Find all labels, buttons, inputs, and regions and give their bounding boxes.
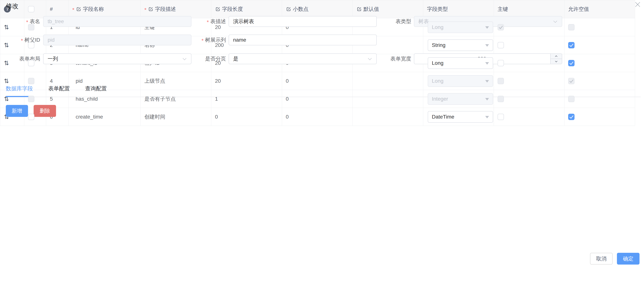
default-value-cell — [353, 108, 423, 126]
primary-key-cell — [494, 72, 564, 90]
index-column-header: # — [46, 0, 68, 18]
row-select-checkbox[interactable] — [28, 114, 34, 120]
field-type-select[interactable]: String — [428, 40, 493, 51]
increase-button[interactable] — [550, 54, 562, 59]
nullable-checkbox[interactable] — [568, 60, 574, 66]
nullable-checkbox[interactable] — [568, 42, 574, 48]
chevron-down-icon — [555, 60, 558, 62]
edit-icon — [148, 6, 154, 12]
field-desc-cell: 创建时间 — [141, 108, 211, 126]
field-type-cell: Integer — [423, 90, 494, 108]
primary-key-checkbox — [498, 96, 504, 102]
row-select-checkbox[interactable] — [28, 60, 34, 66]
decrease-button[interactable] — [550, 59, 562, 64]
table-name-input[interactable] — [43, 16, 192, 27]
chevron-up-icon — [555, 56, 558, 58]
primary-key-cell — [494, 90, 564, 108]
field-desc-cell: 是否有子节点 — [141, 90, 211, 108]
field-type-select[interactable]: DateTime — [428, 111, 493, 123]
nullable-checkbox — [568, 96, 574, 102]
nullable-checkbox — [568, 24, 574, 30]
tab-form-config[interactable]: 表单配置 — [48, 85, 70, 95]
table-type-label: 表类型 — [364, 16, 411, 27]
primary-key-checkbox[interactable] — [498, 114, 504, 120]
nullable-checkbox[interactable] — [568, 114, 574, 120]
close-icon[interactable] — [634, 1, 642, 8]
default-column-header: 默认值 — [353, 0, 423, 18]
table-desc-input[interactable] — [228, 16, 377, 27]
primary-key-checkbox[interactable] — [498, 42, 504, 48]
tab-divider — [6, 97, 641, 97]
paginated-select[interactable]: 是 — [228, 54, 377, 64]
tree-display-col-label: * 树展示列 — [179, 34, 226, 45]
row-select-checkbox — [28, 78, 34, 84]
table-desc-label: * 表描述 — [179, 16, 226, 27]
dropdown-arrow-icon — [485, 44, 489, 47]
field-type-value: DateTime — [432, 114, 454, 120]
form-width-label: 表单宽度 — [364, 54, 411, 64]
decimal-cell: 0 — [282, 90, 353, 108]
dropdown-arrow-icon — [485, 116, 489, 118]
dropdown-arrow-icon — [485, 98, 489, 100]
required-asterisk: * — [207, 20, 209, 25]
field-type-cell: Long — [423, 72, 494, 90]
primary-key-checkbox — [498, 24, 504, 30]
nullable-cell — [564, 108, 635, 126]
primary-key-cell — [494, 108, 564, 126]
field-type-value: Integer — [432, 96, 448, 102]
edit-icon — [215, 6, 220, 12]
tab-bar: 数据库字段 表单配置 查询配置 — [6, 85, 107, 95]
field-type-select: Long — [428, 22, 493, 33]
field-type-cell: String — [423, 36, 494, 54]
field-type-value: Long — [432, 60, 444, 66]
page-title: 修改 — [6, 2, 18, 10]
nullable-cell — [564, 90, 635, 108]
field-type-select: Long — [428, 75, 493, 87]
row-select-checkbox[interactable] — [28, 42, 34, 48]
primary-key-checkbox[interactable] — [498, 60, 504, 66]
delete-button[interactable]: 删除 — [34, 105, 56, 117]
tree-parent-id-input[interactable] — [43, 34, 192, 45]
table-row: ⇅6create_time创建时间00DateTime — [0, 108, 635, 126]
field-type-select[interactable]: Long — [428, 57, 493, 69]
nullable-cell — [564, 54, 635, 72]
decimal-cell: 0 — [282, 108, 353, 126]
cancel-button[interactable]: 取消 — [590, 253, 612, 264]
paginated-label: 是否分页 — [179, 54, 226, 64]
primary-key-checkbox — [498, 78, 504, 84]
nullable-column-header: 允许空值 — [564, 0, 635, 18]
default-value-cell — [353, 90, 423, 108]
required-asterisk: * — [144, 7, 146, 12]
add-button[interactable]: 新增 — [6, 105, 28, 117]
form-layout-select[interactable]: 一列 — [43, 54, 192, 64]
decimal-cell: 0 — [282, 72, 353, 90]
field-length-cell: 20 — [211, 72, 282, 90]
chevron-down-icon — [554, 19, 557, 23]
decimal-column-header: 小数点 — [282, 0, 353, 18]
nullable-cell — [564, 36, 635, 54]
field-length-cell: 1 — [211, 90, 282, 108]
select-all-checkbox[interactable] — [28, 6, 34, 12]
required-asterisk: * — [72, 7, 74, 12]
table-header-row: ? # * 字段名称 * 字段描述 — [0, 0, 635, 18]
required-asterisk: * — [21, 38, 23, 43]
nullable-cell — [564, 72, 635, 90]
tree-display-col-input[interactable] — [228, 34, 377, 45]
nullable-checkbox — [568, 78, 574, 84]
length-column-header: 字段长度 — [211, 0, 282, 18]
name-column-header: * 字段名称 — [68, 0, 141, 18]
nullable-cell — [564, 18, 635, 36]
sort-handle-icon[interactable]: ⇅ — [4, 78, 9, 84]
edit-icon — [286, 6, 291, 12]
dropdown-arrow-icon — [485, 26, 489, 29]
stepper-controls — [550, 54, 562, 64]
confirm-button[interactable]: 确定 — [617, 253, 640, 264]
row-select-checkbox — [28, 96, 34, 102]
type-column-header: 字段类型 — [423, 0, 494, 18]
modify-dialog: 修改 * 表名 * 表描述 表类型 树表 * 树父ID * 树展示列 表单布局 … — [0, 0, 644, 292]
tab-query-config[interactable]: 查询配置 — [85, 85, 107, 95]
desc-column-header: * 字段描述 — [141, 0, 211, 18]
edit-icon — [356, 6, 362, 12]
field-type-value: Long — [432, 78, 444, 84]
tab-database-fields[interactable]: 数据库字段 — [6, 85, 33, 95]
